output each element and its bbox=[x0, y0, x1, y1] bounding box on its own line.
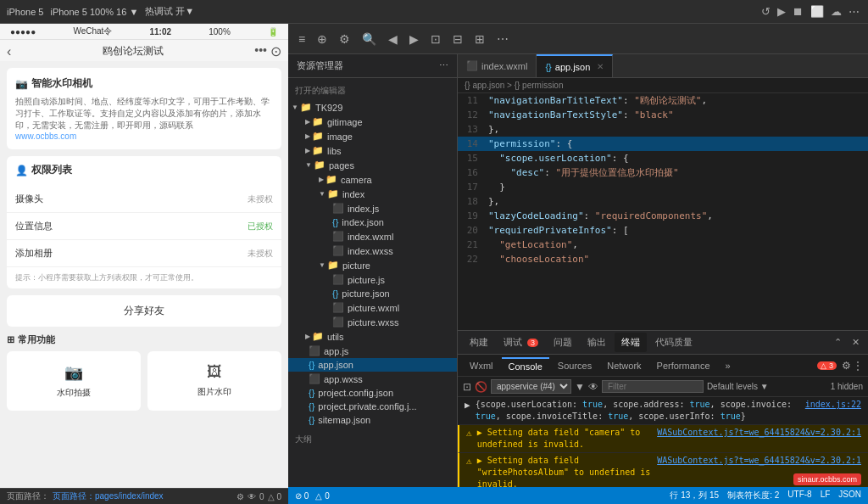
index-wxml-tab-label: index.wxml bbox=[481, 61, 527, 71]
filter-input[interactable] bbox=[602, 380, 704, 393]
debug-tab-quality[interactable]: 代码质量 bbox=[648, 333, 699, 352]
indent-info[interactable]: 制表符长度: 2 bbox=[727, 490, 779, 501]
tree-utils[interactable]: ▶ 📁 utils bbox=[288, 329, 457, 344]
watermark-camera-button[interactable]: 📷 水印拍摄 bbox=[7, 351, 141, 411]
sub-tab-network[interactable]: Network bbox=[600, 358, 648, 373]
debug-tab-build[interactable]: 构建 bbox=[463, 333, 495, 352]
tree-index[interactable]: ▼ 📁 index bbox=[288, 187, 457, 201]
tree-app-wxss[interactable]: ⬛ app.wxss bbox=[288, 372, 457, 386]
tree-image[interactable]: ▶ 📁 image bbox=[288, 129, 457, 143]
tree-app-json[interactable]: {} app.json bbox=[288, 358, 457, 372]
tree-camera[interactable]: ▶ 📁 camera bbox=[288, 172, 457, 187]
app-json-close-icon[interactable]: ✕ bbox=[597, 62, 604, 71]
minus-icon[interactable]: ⊟ bbox=[449, 30, 466, 48]
more-toolbar-icon[interactable]: ⋯ bbox=[493, 30, 512, 48]
settings-toolbar-icon[interactable]: ⚙ bbox=[336, 30, 353, 48]
code-content-area[interactable]: 11 "navigationBarTitleText": "鸥创论坛测试", 1… bbox=[458, 93, 868, 330]
image-watermark-button[interactable]: 🖼 图片水印 bbox=[147, 351, 281, 411]
debug-tab-output[interactable]: 输出 bbox=[581, 333, 613, 352]
zoom-level[interactable]: iPhone 5 100% 16 ▼ bbox=[50, 7, 138, 17]
permission-location[interactable]: 位置信息 已授权 bbox=[7, 213, 281, 240]
debug-mode[interactable]: 热调试 开▼ bbox=[145, 5, 194, 18]
tree-index-js[interactable]: ⬛ index.js bbox=[288, 201, 457, 216]
add-icon[interactable]: ⊕ bbox=[314, 30, 331, 48]
fullscreen-icon[interactable]: ⬜ bbox=[809, 3, 826, 20]
code-line-15: 15 "scope.userLocation": { bbox=[458, 151, 868, 165]
phone-status-bar: ●●●●● WeChat令 11:02 100% 🔋 bbox=[0, 24, 288, 40]
tree-index-wxml[interactable]: ⬛ index.wxml bbox=[288, 229, 457, 244]
appservice-selector[interactable]: appservice (#4) bbox=[491, 379, 571, 394]
permission-camera[interactable]: 摄像头 未授权 bbox=[7, 186, 281, 213]
sub-tab-wxml[interactable]: Wxml bbox=[463, 358, 500, 373]
tree-index-wxss[interactable]: ⬛ index.wxss bbox=[288, 244, 457, 258]
tab-index-wxml[interactable]: ⬛ index.wxml bbox=[458, 54, 537, 77]
search-toolbar-icon[interactable]: 🔍 bbox=[359, 30, 380, 48]
tree-index-json[interactable]: {} index.json bbox=[288, 216, 457, 229]
settings-icon[interactable]: ⚙ bbox=[236, 492, 244, 501]
console-more-icon[interactable]: ⋮ bbox=[853, 360, 863, 372]
tree-picture[interactable]: ▼ 📁 picture bbox=[288, 258, 457, 272]
line-ending-info[interactable]: LF bbox=[821, 490, 831, 501]
console-settings-icon[interactable]: ⚙ bbox=[842, 360, 851, 372]
device-label[interactable]: iPhone 5 bbox=[7, 7, 43, 17]
sub-tab-performance[interactable]: Performance bbox=[650, 358, 717, 373]
sub-tab-more[interactable]: » bbox=[719, 358, 737, 373]
file-tree-more[interactable]: ⋯ bbox=[439, 60, 448, 71]
close-debug-icon[interactable]: ✕ bbox=[849, 335, 863, 350]
eye-console-icon[interactable]: 👁 bbox=[588, 381, 598, 393]
play-icon[interactable]: ▶ bbox=[776, 3, 787, 20]
default-levels-selector[interactable]: Default levels ▼ bbox=[707, 382, 769, 391]
battery-icon: 🔋 bbox=[268, 27, 278, 36]
cloud-icon[interactable]: ☁ bbox=[829, 3, 843, 20]
console-warning-link-2[interactable]: WASubContext.js?t=we_64415824&v=2.30.2:1 bbox=[657, 455, 861, 467]
eye-icon[interactable]: 👁 bbox=[248, 492, 256, 501]
line-num-19: 19 bbox=[458, 209, 485, 223]
tree-picture-wxml[interactable]: ⬛ picture.wxml bbox=[288, 300, 457, 315]
breadcrumb-bar: {} app.json > {} permission bbox=[458, 78, 868, 93]
debug-tab-debug[interactable]: 调试 3 bbox=[497, 333, 545, 352]
tree-libs[interactable]: ▶ 📁 libs bbox=[288, 143, 457, 158]
cursor-position[interactable]: 行 13，列 15 bbox=[670, 490, 719, 501]
expand-console-icon[interactable]: ⊡ bbox=[463, 381, 471, 393]
menu-icon[interactable]: ≡ bbox=[295, 30, 309, 48]
tree-project-config[interactable]: {} project.config.json bbox=[288, 386, 457, 400]
tree-app-js[interactable]: ⬛ app.js bbox=[288, 344, 457, 358]
console-sub-tabs: Wxml Console Sources Network Performance… bbox=[458, 355, 868, 377]
line-num-12: 12 bbox=[458, 108, 485, 122]
debug-tab-problems[interactable]: 问题 bbox=[547, 333, 579, 352]
refresh-icon[interactable]: ↺ bbox=[760, 3, 772, 20]
language-info[interactable]: JSON bbox=[838, 490, 861, 501]
tree-pages[interactable]: ▼ 📁 pages bbox=[288, 158, 457, 172]
tree-sitemap[interactable]: {} sitemap.json bbox=[288, 413, 457, 427]
common-functions-section: ⊞ 常用功能 📷 水印拍摄 🖼 图片水印 bbox=[7, 333, 281, 411]
plus-icon[interactable]: ⊞ bbox=[471, 30, 488, 48]
grid-icon[interactable]: ⊡ bbox=[427, 30, 444, 48]
back-toolbar-icon[interactable]: ◀ bbox=[385, 30, 401, 48]
tree-project-private[interactable]: {} project.private.config.j... bbox=[288, 400, 457, 413]
console-info-link[interactable]: index.js:22 bbox=[805, 399, 861, 411]
status-warnings: △ 0 bbox=[315, 491, 329, 501]
menu-dots-icon[interactable]: ••• bbox=[254, 43, 267, 59]
forward-toolbar-icon[interactable]: ▶ bbox=[406, 30, 422, 48]
record-icon[interactable]: ⊙ bbox=[270, 43, 281, 59]
camera-section-icon: 📷 bbox=[15, 78, 28, 90]
tree-picture-json[interactable]: {} picture.json bbox=[288, 287, 457, 300]
tree-picture-js[interactable]: ⬛ picture.js bbox=[288, 272, 457, 287]
tree-picture-wxss[interactable]: ⬛ picture.wxss bbox=[288, 315, 457, 329]
encoding-info[interactable]: UTF-8 bbox=[787, 490, 811, 501]
share-button[interactable]: 分享好友 bbox=[7, 295, 281, 327]
website-link[interactable]: www.ocbbs.com bbox=[15, 132, 273, 141]
tab-app-json[interactable]: {} app.json ✕ bbox=[537, 54, 613, 77]
sub-tab-sources[interactable]: Sources bbox=[551, 358, 598, 373]
tree-gitimage[interactable]: ▶ 📁 gitimage bbox=[288, 115, 457, 129]
sub-tab-console[interactable]: Console bbox=[502, 357, 549, 374]
tree-section-tk929[interactable]: ▼ 📁 TK929 bbox=[288, 100, 457, 115]
block-icon[interactable]: 🚫 bbox=[475, 381, 487, 393]
debug-tab-terminal[interactable]: 终端 bbox=[615, 333, 647, 352]
expand-icon[interactable]: ⌃ bbox=[831, 335, 845, 350]
picture-json-label: picture.json bbox=[342, 288, 389, 299]
stop-icon[interactable]: ⏹ bbox=[791, 3, 805, 20]
permission-album[interactable]: 添加相册 未授权 bbox=[7, 240, 281, 267]
console-warning-link-1[interactable]: WASubContext.js?t=we_64415824&v=2.30.2:1 bbox=[657, 427, 861, 439]
more-icon[interactable]: ⋯ bbox=[847, 3, 861, 20]
